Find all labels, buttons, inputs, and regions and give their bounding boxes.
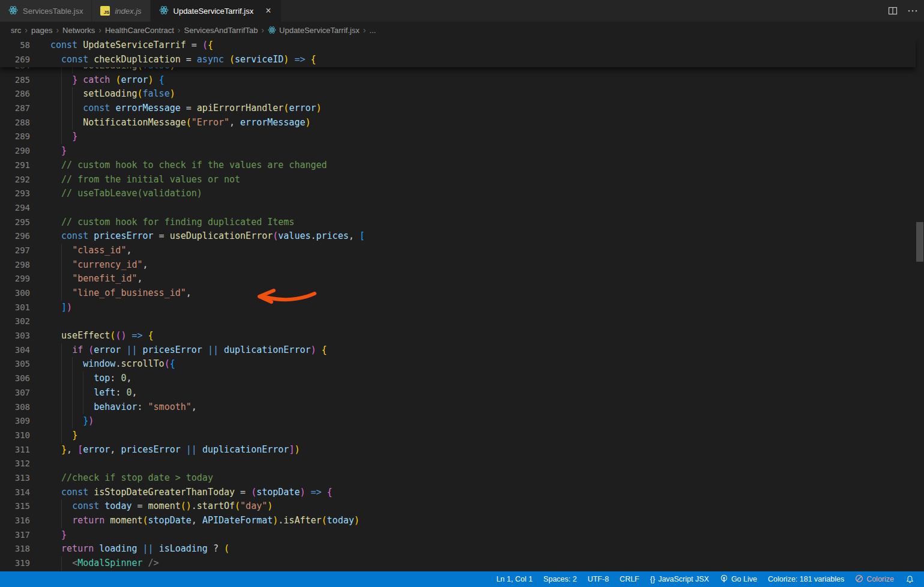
line-number: 313 <box>0 471 30 486</box>
tab-updateservicetarrif[interactable]: UpdateServiceTarrif.jsx × <box>151 0 282 22</box>
chevron-right-icon: › <box>23 25 29 35</box>
line-number: 315 <box>0 499 30 514</box>
line-number: 285 <box>0 73 30 88</box>
broadcast-icon <box>720 574 728 585</box>
eol-setting[interactable]: CRLF <box>614 571 645 587</box>
js-icon: JS <box>100 6 110 16</box>
code-editor[interactable]: 284 setLoading(false)285 } catch (error)… <box>0 38 924 571</box>
code-line[interactable]: 310 } <box>0 429 924 443</box>
code-line[interactable]: 303 useEffect(() => { <box>0 329 924 343</box>
breadcrumb-item-healthcarecontract[interactable]: HealthCareContract <box>105 26 174 35</box>
chevron-right-icon: › <box>362 25 367 35</box>
code-text: }, [error, pricesError || duplicationErr… <box>50 443 300 457</box>
code-line[interactable]: 312 <box>0 457 924 471</box>
code-line[interactable]: 318 return loading || isLoading ? ( <box>0 542 924 556</box>
code-text: "benefit_id", <box>50 272 143 286</box>
code-text: //check if stop date > today <box>50 471 213 486</box>
line-number: 307 <box>0 386 30 400</box>
braces-icon: {} <box>650 575 655 583</box>
line-number: 306 <box>0 372 30 386</box>
code-line[interactable]: 287 const errorMessage = apiErrorrHandle… <box>0 101 924 116</box>
code-line[interactable]: 306 top: 0, <box>0 372 924 386</box>
code-line[interactable]: 301 ]) <box>0 301 924 315</box>
code-line[interactable]: 294 <box>0 201 924 215</box>
code-text: top: 0, <box>50 372 131 386</box>
colorize-variables-count[interactable]: Colorize: 181 variables <box>762 571 850 587</box>
vertical-scrollbar[interactable] <box>916 38 924 571</box>
code-line[interactable]: 298 "currency_id", <box>0 258 924 272</box>
go-live-button[interactable]: Go Live <box>714 571 762 587</box>
line-number: 311 <box>0 443 30 457</box>
chevron-right-icon: › <box>177 25 182 35</box>
slash-circle-icon <box>855 574 863 585</box>
code-line[interactable]: 309 }) <box>0 414 924 429</box>
line-number: 289 <box>0 130 30 144</box>
code-text: } <box>50 429 77 443</box>
code-line[interactable]: 291 // custom hook to check if the value… <box>0 158 924 173</box>
code-line[interactable]: 304 if (error || pricesError || duplicat… <box>0 343 924 358</box>
code-line[interactable]: 58const UpdateServiceTarrif = ({ <box>0 38 916 53</box>
line-number: 300 <box>0 286 30 301</box>
sticky-scroll[interactable]: 58const UpdateServiceTarrif = ({269 cons… <box>0 38 916 67</box>
code-line[interactable]: 300 "line_of_business_id", <box>0 286 924 301</box>
scrollbar-thumb[interactable] <box>916 222 923 262</box>
code-line[interactable]: 316 return moment(stopDate, APIDateForma… <box>0 514 924 528</box>
tab-index-js[interactable]: JS index.js <box>92 0 150 22</box>
code-line[interactable]: 288 NotificationMessage("Error", errorMe… <box>0 116 924 130</box>
react-icon <box>268 26 276 34</box>
code-text: const errorMessage = apiErrorrHandler(er… <box>50 101 322 116</box>
language-mode[interactable]: {} JavaScript JSX <box>645 571 714 587</box>
code-text: "currency_id", <box>50 258 148 272</box>
code-line[interactable]: 290 } <box>0 144 924 158</box>
breadcrumb-more[interactable]: ... <box>369 26 376 35</box>
code-line[interactable]: 297 "class_id", <box>0 244 924 258</box>
tab-label: index.js <box>115 7 141 16</box>
breadcrumb-item-networks[interactable]: Networks <box>62 26 95 35</box>
breadcrumb-item-servicesandtarriftab[interactable]: ServicesAndTarrifTab <box>184 26 258 35</box>
code-text: // custom hook to check if the values ar… <box>50 158 327 173</box>
more-actions-icon[interactable]: ⋯ <box>907 4 918 17</box>
code-line[interactable]: 307 left: 0, <box>0 386 924 400</box>
colorize-toggle[interactable]: Colorize <box>850 571 899 587</box>
line-number: 310 <box>0 429 30 443</box>
code-line[interactable]: 285 } catch (error) { <box>0 73 924 88</box>
encoding-setting[interactable]: UTF-8 <box>582 571 614 587</box>
code-line[interactable]: 293 // useTabLeave(validation) <box>0 187 924 201</box>
code-line[interactable]: 269 const checkDuplication = async (serv… <box>0 53 916 67</box>
code-line[interactable]: 305 window.scrollTo({ <box>0 357 924 372</box>
code-line[interactable]: 315 const today = moment().startOf("day"… <box>0 499 924 514</box>
notifications-bell-icon[interactable] <box>899 571 918 587</box>
code-text: }) <box>50 414 94 429</box>
line-number: 308 <box>0 400 30 415</box>
cursor-position[interactable]: Ln 1, Col 1 <box>491 571 538 587</box>
code-line[interactable]: 289 } <box>0 130 924 144</box>
code-line[interactable]: 319 <ModalSpinner /> <box>0 556 924 571</box>
code-lines: 284 setLoading(false)285 } catch (error)… <box>0 59 924 571</box>
code-line[interactable]: 292 // from the initial values or not <box>0 173 924 187</box>
code-text: if (error || pricesError || duplicationE… <box>50 343 327 358</box>
split-editor-icon[interactable] <box>888 7 898 15</box>
indentation-setting[interactable]: Spaces: 2 <box>538 571 582 587</box>
code-line[interactable]: 302 <box>0 315 924 329</box>
status-bar: Ln 1, Col 1 Spaces: 2 UTF-8 CRLF {} Java… <box>0 571 924 587</box>
line-number: 294 <box>0 201 30 215</box>
breadcrumb-item-src[interactable]: src <box>11 26 21 35</box>
tab-servicestable[interactable]: ServicesTable.jsx <box>0 0 92 22</box>
code-line[interactable]: 308 behavior: "smooth", <box>0 400 924 415</box>
close-icon[interactable]: × <box>264 6 272 16</box>
code-line[interactable]: 295 // custom hook for finding duplicate… <box>0 215 924 230</box>
code-text: const pricesError = useDuplicationError(… <box>50 229 365 244</box>
code-line[interactable]: 299 "benefit_id", <box>0 272 924 286</box>
code-line[interactable]: 317 } <box>0 528 924 543</box>
code-text: return moment(stopDate, APIDateFormat).i… <box>50 514 360 528</box>
code-line[interactable]: 314 const isStopDateGreaterThanToday = (… <box>0 486 924 500</box>
code-line[interactable]: 313 //check if stop date > today <box>0 471 924 486</box>
breadcrumb-file[interactable]: UpdateServiceTarrif.jsx <box>268 26 360 35</box>
code-line[interactable]: 296 const pricesError = useDuplicationEr… <box>0 229 924 244</box>
line-number: 305 <box>0 357 30 372</box>
code-line[interactable]: 311 }, [error, pricesError || duplicatio… <box>0 443 924 457</box>
breadcrumb-item-pages[interactable]: pages <box>31 26 52 35</box>
line-number: 288 <box>0 116 30 130</box>
code-text: const UpdateServiceTarrif = ({ <box>50 38 213 53</box>
code-line[interactable]: 286 setLoading(false) <box>0 87 924 101</box>
